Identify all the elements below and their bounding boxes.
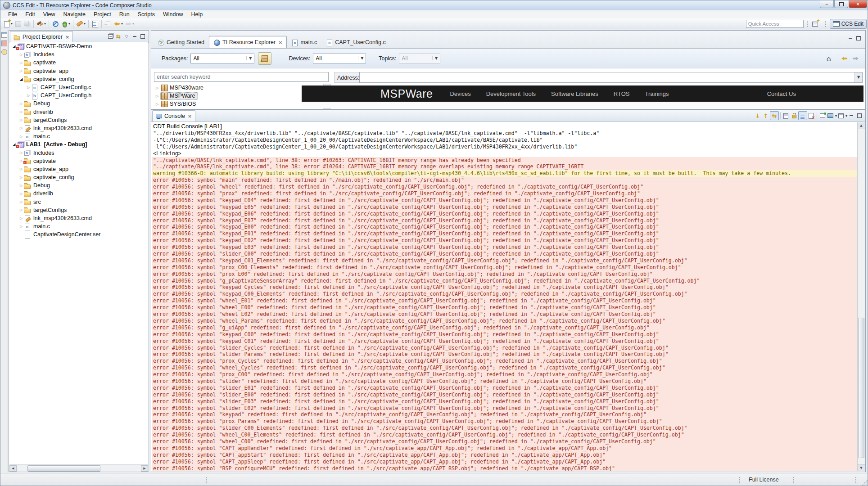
console-vscrollbar[interactable]: ▲ ▼ [857,122,865,471]
expand-icon[interactable]: ▷ [18,69,24,73]
minimize-window-button[interactable]: − [820,0,834,8]
expand-icon[interactable]: ▷ [18,110,24,114]
close-icon[interactable]: × [188,113,192,119]
scroll-lock-button[interactable] [782,112,790,120]
hscrollbar-thumb[interactable] [27,465,100,472]
tab-console[interactable]: Console × [152,110,195,122]
resource-item-sys-bios[interactable]: ▷SYS/BIOS [154,100,322,107]
expand-icon[interactable]: ▷ [18,61,24,65]
address-input[interactable] [360,72,855,82]
previous-message-button[interactable] [762,112,770,120]
tree-item-capt-userconfig-h[interactable]: ▷CAPT_UserConfig.h [9,91,148,99]
tree-item-captivate-app[interactable]: ▷captivate_app [9,165,148,173]
tree-item-lnk-msp430fr2633-cmd[interactable]: ▷lnk_msp430fr2633.cmd [9,124,148,132]
search-input[interactable] [154,72,329,82]
expand-icon[interactable]: ▷ [18,208,24,212]
quick-access-input[interactable] [746,20,804,28]
expand-icon[interactable]: ▷ [18,200,24,204]
menu-view[interactable]: View [39,10,59,18]
expand-icon[interactable]: ▷ [154,86,160,90]
scroll-left-icon[interactable]: ◀ [9,465,17,472]
tree-item-main-c[interactable]: ▷main.c [9,222,148,230]
close-icon[interactable]: × [278,40,282,45]
tree-item-capt-userconfig-c[interactable]: ▷CAPT_UserConfig.c [9,83,148,91]
restore-panel-icon[interactable] [1,32,7,38]
scroll-up-icon[interactable]: ▲ [858,122,865,129]
save-all-button[interactable] [23,19,32,29]
save-button[interactable] [14,19,23,29]
expand-icon[interactable]: ▷ [26,86,31,90]
chevron-down-icon[interactable]: ▾ [84,22,86,26]
expand-icon[interactable]: ▷ [154,94,160,98]
tree-item-captivate-config[interactable]: ◢captivate_config [9,75,148,83]
build-button[interactable]: ▾ [36,19,47,29]
back-button[interactable]: ▾ [113,19,124,29]
close-window-button[interactable]: × [849,0,867,8]
vscrollbar-thumb[interactable] [858,318,864,458]
menu-project[interactable]: Project [90,10,115,18]
ccs-edit-perspective-button[interactable]: CCS Edit [830,19,867,29]
minimized-view-icon-b[interactable] [1,49,7,55]
project-explorer-hscrollbar[interactable]: ◀ ▶ [9,464,148,471]
tree-item-captivate-bswp-demo[interactable]: ◢xCAPTIVATE-BSWP-Demo [9,42,148,50]
forward-button[interactable]: ▾ [124,19,135,29]
expand-icon[interactable]: ▷ [18,176,24,180]
tree-item-targetconfigs[interactable]: ▷targetConfigs [9,116,148,124]
minimize-button[interactable] [131,32,139,40]
menu-edit[interactable]: Edit [21,10,39,18]
banner-link-trainings[interactable]: Trainings [645,90,669,97]
packages-select[interactable]: All ▼ [190,54,254,63]
tree-item-debug[interactable]: ▷Debug [9,181,148,189]
close-icon[interactable]: × [65,34,69,40]
chevron-down-icon[interactable]: ▾ [121,22,123,26]
display-console-button[interactable] [827,112,835,120]
re-forward-button[interactable] [852,55,859,62]
expand-icon[interactable]: ▷ [18,184,24,188]
banner-link-software-libraries[interactable]: Software Libraries [551,90,598,97]
editor-maximize-button[interactable] [854,34,863,42]
tree-item-driverlib[interactable]: ▷driverlib [9,189,148,198]
banner-link-rtos[interactable]: RTOS [614,90,630,97]
tree-item-lnk-msp430fr2633-cmd[interactable]: ▷lnk_msp430fr2633.cmd [9,214,148,222]
banner-link-devices[interactable]: Devices [450,90,470,97]
chevron-down-icon[interactable]: ▼ [854,72,862,82]
open-perspective-button[interactable] [811,20,819,28]
editor-minimize-button[interactable] [846,34,854,42]
registers-button[interactable] [90,19,99,29]
view-menu-button[interactable] [122,32,131,40]
new-button[interactable]: ▾ [2,19,14,29]
tree-item-targetconfigs[interactable]: ▷targetConfigs [9,206,148,214]
terminate-button[interactable] [51,19,60,29]
expand-icon[interactable]: ▷ [18,225,24,229]
re-back-button[interactable] [841,55,848,62]
home-icon[interactable]: ⌂ [827,54,831,63]
expand-icon[interactable]: ▷ [18,151,24,155]
link-with-editor-button[interactable] [114,32,122,40]
expand-icon[interactable]: ▷ [154,102,160,106]
expand-icon[interactable]: ▷ [18,135,24,139]
pin-console-button[interactable] [818,112,827,120]
maximize-window-button[interactable] [834,0,848,8]
minimized-view-icon-a[interactable] [1,40,7,46]
tree-item-debug[interactable]: ▷Debug [9,99,148,108]
tab-project-explorer[interactable]: Project Explorer × [10,31,73,42]
last-edit-button[interactable] [104,19,113,29]
banner-link-contact-us[interactable]: Contact Us [767,90,796,97]
menu-navigate[interactable]: Navigate [59,10,90,18]
resource-item-mspware[interactable]: ▷MSPWare [154,92,322,100]
tree-item-src[interactable]: ▷src [9,198,148,206]
scroll-down-icon[interactable]: ▼ [858,464,865,471]
tree-item-main-c[interactable]: ▷main.c [9,132,148,140]
tree-item-captivate-config[interactable]: ▷captivate_config [9,173,148,181]
maximize-button[interactable] [855,112,863,120]
banner-link-development-tools[interactable]: Development Tools [486,90,536,97]
add-package-button[interactable]: + [258,52,271,65]
scroll-right-icon[interactable]: ▶ [141,465,148,472]
devices-select[interactable]: All ▼ [313,54,366,63]
tree-item-includes[interactable]: ▷Includes [9,50,148,58]
tree-item-lab1-active-debug[interactable]: ◢xLAB1 [Active - Debug] [9,140,148,148]
menu-window[interactable]: Window [159,10,187,18]
editor-tab-capt-userconfig-c[interactable]: CAPT_UserConfig.c [321,36,390,48]
menu-help[interactable]: Help [187,10,207,18]
resize-grip[interactable] [861,480,868,486]
